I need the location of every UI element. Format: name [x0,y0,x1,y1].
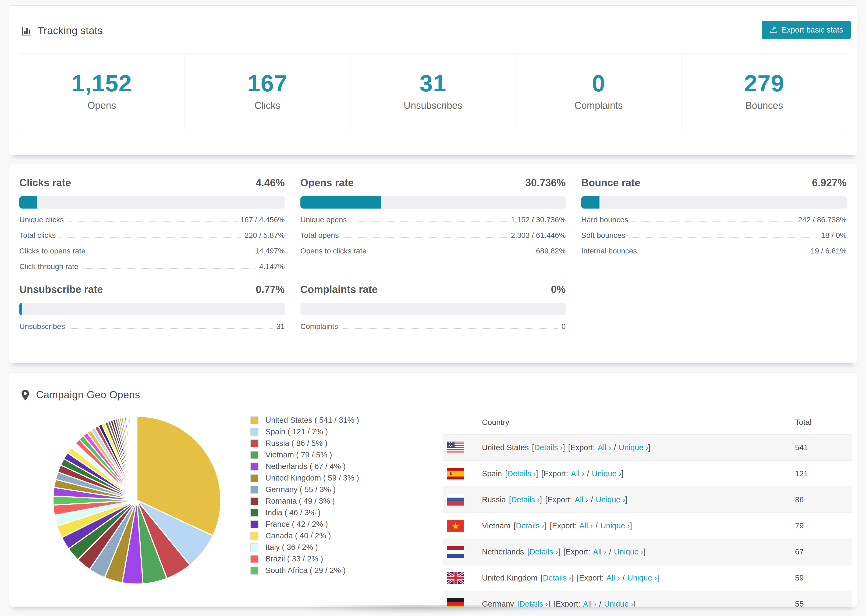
unsubscribe-rate-bar [19,303,285,315]
country-total: 79 [795,513,852,539]
geo-opens-pie-chart [49,413,224,588]
table-row: United States[Details ›][Export:All ›/Un… [443,435,852,460]
bounce-rate-title: Bounce rate [581,177,640,189]
legend-swatch [250,462,258,471]
details-link[interactable]: Details › [511,495,540,504]
export-unique-link[interactable]: Unique › [592,469,622,478]
stat-row: Click through rate4.147% [19,255,285,271]
legend-item: Vietnam ( 79 / 5% ) [250,449,359,460]
total-column-header: Total [795,410,852,435]
unsubscribes-label: Unsubscribes [404,100,462,111]
table-header-row: Country Total [443,410,852,435]
details-link[interactable]: Details › [507,469,536,478]
opens-rate-section: Opens rate 30.736% Unique opens1,152 / 3… [301,164,566,271]
complaints-rate-value: 0% [551,284,565,295]
details-link[interactable]: Details › [543,574,571,582]
bottom-shadow [265,605,569,616]
country-name: Netherlands [482,547,524,556]
export-all-link[interactable]: All › [606,574,620,582]
legend-item: Netherlands ( 67 / 4% ) [250,460,359,472]
export-unique-link[interactable]: Unique › [619,443,649,452]
legend-swatch [250,451,258,459]
export-all-link[interactable]: All › [571,469,584,478]
export-basic-stats-button[interactable]: Export basic stats [762,21,851,39]
complaints-rate-section: Complaints rate 0% Complaints0 [301,271,566,331]
country-total: 121 [795,460,852,487]
legend-swatch [250,439,258,448]
legend-item: South Africa ( 29 / 2% ) [250,565,359,576]
export-unique-link[interactable]: Unique › [600,522,630,530]
clicks-rate-value: 4.46% [256,177,285,189]
details-link[interactable]: Details › [529,547,558,556]
legend-swatch [250,428,258,436]
table-row: United Kingdom[Details ›][Export:All ›/U… [443,565,852,591]
stat-row: Hard bounces242 / 86.738% [581,209,847,224]
pie-legend: United States ( 541 / 31% ) Spain ( 121 … [250,415,359,576]
export-unique-link[interactable]: Unique › [627,574,657,582]
details-link[interactable]: Details › [516,522,544,530]
legend-swatch [250,520,258,528]
export-unique-link[interactable]: Unique › [596,495,625,504]
tracking-stats-card: Tracking stats Export basic stats 1,152 … [9,5,857,156]
country-name: United States [482,443,529,452]
legend-item: Germany ( 55 / 3% ) [250,484,359,495]
export-unique-link[interactable]: Unique › [614,547,644,556]
complaints-label: Complaints [575,100,623,111]
complaints-count: 0 [592,71,605,95]
country-name: United Kingdom [482,574,537,582]
export-all-link[interactable]: All › [579,522,593,530]
stat-row: Unique clicks167 / 4.456% [19,209,285,224]
rates-card: Clicks rate 4.46% Unique clicks167 / 4.4… [9,164,857,363]
export-unique-link[interactable]: Unique › [604,600,634,607]
export-icon [769,26,777,34]
geo-section-title: Campaign Geo Opens [36,389,140,401]
ru-flag-icon [447,494,464,506]
clicks-label: Clicks [254,100,280,111]
page-title: Tracking stats [38,25,103,36]
country-total: 67 [795,539,852,565]
export-all-link[interactable]: All › [575,495,588,504]
legend-item: United States ( 541 / 31% ) [250,415,359,426]
clicks-rate-section: Clicks rate 4.46% Unique clicks167 / 4.4… [19,164,285,271]
stat-row: Soft bounces18 / 0% [581,224,847,240]
export-all-link[interactable]: All › [583,600,597,607]
stat-box-opens: 1,152 Opens [19,53,185,129]
campaign-geo-opens-card: Campaign Geo Opens United States ( 541 /… [9,372,857,607]
opens-rate-value: 30.736% [525,177,565,189]
legend-swatch [250,497,258,505]
legend-swatch [250,532,258,540]
table-row: Vietnam[Details ›][Export:All ›/Unique ›… [443,513,852,539]
opens-count: 1,152 [72,71,132,95]
bounce-rate-section: Bounce rate 6.927% Hard bounces242 / 86.… [581,164,847,271]
unsubscribes-count: 31 [420,71,446,95]
details-link[interactable]: Details › [534,443,563,452]
stat-row: Complaints0 [301,315,566,331]
country-total: 86 [795,487,852,513]
clicks-rate-bar [19,196,285,209]
export-all-link[interactable]: All › [598,443,611,452]
country-column-header: Country [482,410,795,435]
legend-swatch [250,567,258,575]
clicks-rate-title: Clicks rate [19,177,71,189]
export-button-label: Export basic stats [781,25,843,35]
legend-swatch [250,544,258,552]
table-row: Germany[Details ›][Export:All ›/Unique ›… [443,591,852,607]
gb-flag-icon [447,572,464,584]
unsubscribe-rate-title: Unsubscribe rate [19,284,103,295]
complaints-rate-bar [301,303,566,315]
stat-row: Unsubscribes31 [19,315,285,331]
country-total: 59 [795,565,852,591]
clicks-count: 167 [247,71,288,95]
opens-rate-title: Opens rate [301,177,354,189]
country-total: 541 [795,435,852,460]
bar-chart-icon [21,25,32,36]
legend-item: Italy ( 36 / 2% ) [250,542,359,553]
export-all-link[interactable]: All › [593,547,606,556]
vn-flag-icon [447,520,464,532]
stat-box-bounces: 279 Bounces [681,53,847,129]
nl-flag-icon [447,546,464,558]
stat-row: Total opens2,303 / 61.446% [301,224,566,240]
country-name: Vietnam [482,522,510,530]
legend-item: France ( 42 / 2% ) [250,519,359,530]
bounces-count: 279 [744,71,784,95]
